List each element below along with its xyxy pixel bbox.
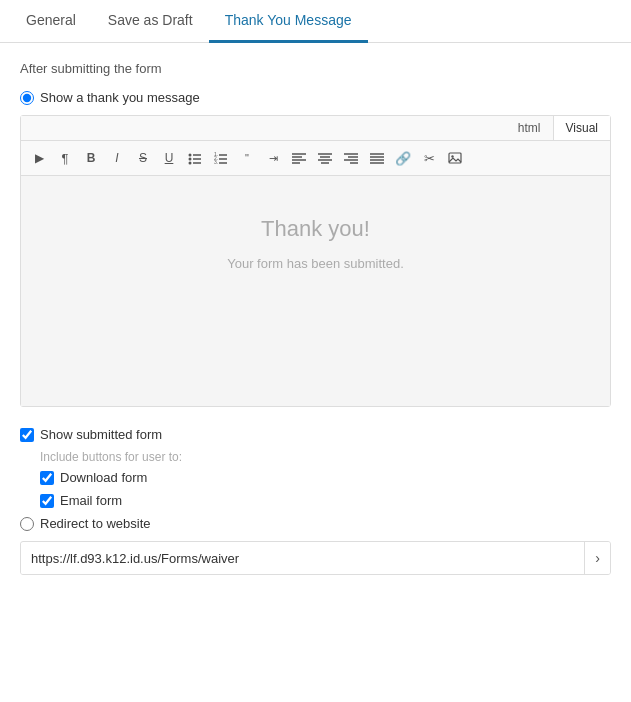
tab-bar: General Save as Draft Thank You Message <box>0 0 631 43</box>
editor-tab-bar: html Visual <box>21 116 610 141</box>
toolbar-link-btn[interactable]: 🔗 <box>391 146 415 170</box>
download-form-checkbox[interactable] <box>40 471 54 485</box>
email-form-label[interactable]: Email form <box>60 493 122 508</box>
toolbar-align-right-btn[interactable] <box>339 146 363 170</box>
svg-point-29 <box>451 155 453 157</box>
toolbar-indent-btn[interactable]: ⇥ <box>261 146 285 170</box>
toolbar-underline-btn[interactable]: U <box>157 146 181 170</box>
editor-body[interactable]: Thank you! Your form has been submitted. <box>21 176 610 406</box>
editor-tab-html[interactable]: html <box>506 116 553 140</box>
toolbar-image-btn[interactable] <box>443 146 467 170</box>
editor-thank-you-title: Thank you! <box>261 216 370 242</box>
svg-text:3.: 3. <box>214 159 218 165</box>
main-content: After submitting the form Show a thank y… <box>0 43 631 593</box>
tab-general[interactable]: General <box>10 0 92 43</box>
toolbar-para-btn[interactable]: ¶ <box>53 146 77 170</box>
toolbar-blockquote-btn[interactable]: " <box>235 146 259 170</box>
radio-thankyou-input[interactable] <box>20 91 34 105</box>
tab-thank-you[interactable]: Thank You Message <box>209 0 368 43</box>
toolbar-ul-btn[interactable] <box>183 146 207 170</box>
toolbar-cut-btn[interactable]: ✂ <box>417 146 441 170</box>
svg-point-0 <box>189 154 192 157</box>
editor-wrapper: html Visual ▶ ¶ B I S U 1.2.3. " ⇥ <box>20 115 611 407</box>
download-form-group: Download form Email form <box>20 470 611 508</box>
include-label: Include buttons for user to: <box>20 450 611 464</box>
radio-redirect-label[interactable]: Redirect to website <box>40 516 151 531</box>
tab-save-draft[interactable]: Save as Draft <box>92 0 209 43</box>
svg-point-2 <box>189 158 192 161</box>
svg-rect-28 <box>449 153 461 163</box>
toolbar-ol-btn[interactable]: 1.2.3. <box>209 146 233 170</box>
toolbar-bold-btn[interactable]: B <box>79 146 103 170</box>
radio-redirect-input[interactable] <box>20 517 34 531</box>
url-go-btn[interactable]: › <box>584 542 610 574</box>
toolbar-strikethrough-btn[interactable]: S <box>131 146 155 170</box>
editor-toolbar: ▶ ¶ B I S U 1.2.3. " ⇥ <box>21 141 610 176</box>
download-form-label[interactable]: Download form <box>60 470 147 485</box>
redirect-row: Redirect to website <box>20 516 611 531</box>
toolbar-italic-btn[interactable]: I <box>105 146 129 170</box>
toolbar-justify-btn[interactable] <box>365 146 389 170</box>
toolbar-align-center-btn[interactable] <box>313 146 337 170</box>
show-submitted-checkbox[interactable] <box>20 428 34 442</box>
radio-thankyou-row: Show a thank you message <box>20 90 611 105</box>
show-submitted-label[interactable]: Show submitted form <box>40 427 162 442</box>
svg-point-4 <box>189 162 192 165</box>
toolbar-toggle-btn[interactable]: ▶ <box>27 146 51 170</box>
redirect-url-input[interactable] <box>21 543 584 574</box>
download-form-row: Download form <box>40 470 611 485</box>
editor-tab-visual[interactable]: Visual <box>553 116 610 140</box>
editor-thank-you-sub: Your form has been submitted. <box>227 256 404 271</box>
section-title: After submitting the form <box>20 61 611 76</box>
radio-thankyou-label[interactable]: Show a thank you message <box>40 90 200 105</box>
email-form-checkbox[interactable] <box>40 494 54 508</box>
email-form-row: Email form <box>40 493 611 508</box>
url-input-row: › <box>20 541 611 575</box>
toolbar-align-left-btn[interactable] <box>287 146 311 170</box>
show-submitted-row: Show submitted form <box>20 427 611 442</box>
